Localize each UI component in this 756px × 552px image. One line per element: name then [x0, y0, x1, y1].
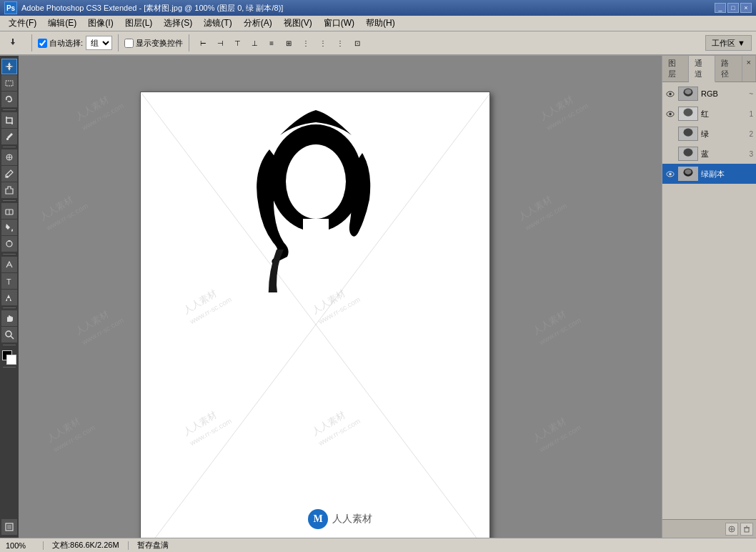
brush-tool[interactable]	[1, 166, 17, 182]
auto-select-checkbox[interactable]: 自动选择:	[38, 38, 83, 49]
thumb-green-svg	[679, 127, 697, 141]
marquee-tool[interactable]	[1, 75, 17, 91]
close-button[interactable]: ×	[740, 3, 752, 13]
auto-select-type[interactable]: 组	[86, 36, 112, 50]
svg-point-13	[6, 331, 11, 337]
move-tool[interactable]	[1, 59, 17, 74]
status-bar: 100% 文档:866.6K/2.26M 暂存盘满	[0, 538, 756, 552]
dodge-tool[interactable]	[1, 236, 17, 252]
auto-align-icon[interactable]: ⊡	[349, 35, 365, 51]
window-title: Adobe Photoshop CS3 Extended - [素材图.jpg …	[21, 3, 715, 14]
background-color[interactable]	[6, 355, 16, 365]
tool-separator-6	[3, 345, 16, 345]
distribute-2-icon[interactable]: ⋮	[315, 35, 331, 51]
menu-item-e[interactable]: 编辑(E)	[42, 16, 82, 31]
new-channel-icon	[728, 526, 735, 533]
eyedropper-tool[interactable]	[1, 129, 17, 144]
type-tool[interactable]: T	[1, 273, 17, 289]
new-channel-button[interactable]	[725, 523, 738, 536]
watermark-12: 人人素材www.rr-sc.com	[530, 303, 582, 347]
channel-name-red: 红	[701, 109, 746, 119]
channels-panel: 图层 通道 路径 ×	[662, 56, 756, 538]
lasso-icon	[4, 94, 14, 104]
panel-close-button[interactable]: ×	[742, 56, 756, 82]
canvas-area: 人人素材www.rr-sc.com 人人素材www.rr-sc.com 人人素材…	[19, 56, 662, 538]
foreground-background-colors[interactable]	[2, 350, 16, 365]
auto-select-check[interactable]	[38, 39, 47, 48]
left-toolbar: T	[0, 56, 19, 538]
tab-channels[interactable]: 通道	[689, 56, 715, 82]
zoom-tool[interactable]	[1, 327, 17, 342]
type-icon: T	[4, 276, 14, 286]
move-tool-options[interactable]	[4, 35, 26, 51]
workspace-button[interactable]: 工作区 ▼	[705, 35, 752, 51]
channel-thumb-rgb	[678, 87, 698, 101]
crop-tool[interactable]	[1, 112, 17, 128]
align-center-v-icon[interactable]: ≡	[264, 35, 279, 51]
paint-bucket[interactable]	[1, 220, 17, 235]
menu-item-h[interactable]: 帮助(H)	[360, 16, 401, 31]
hair-silhouette	[141, 92, 491, 292]
thumb-rgb-svg	[679, 87, 697, 101]
menu-item-s[interactable]: 选择(S)	[158, 16, 198, 31]
clone-stamp[interactable]	[1, 182, 17, 198]
align-left-icon[interactable]: ⊢	[195, 35, 211, 51]
channel-row-green[interactable]: 绿 2	[662, 124, 756, 144]
tab-paths[interactable]: 路径	[715, 56, 742, 82]
channel-row-red[interactable]: 红 1	[662, 104, 756, 124]
svg-point-36	[684, 129, 693, 137]
watermark-8: 人人素材www.rr-sc.com	[516, 189, 568, 232]
tool-separator-3	[3, 200, 16, 201]
channel-row-blue[interactable]: 蓝 3	[662, 144, 756, 164]
align-center-h-icon[interactable]: ⊣	[212, 35, 228, 51]
show-transform-checkbox[interactable]: 显示变换控件	[124, 38, 183, 49]
maximize-button[interactable]: □	[727, 3, 739, 13]
menu-item-a[interactable]: 分析(A)	[238, 16, 278, 31]
lasso-tool[interactable]	[1, 92, 17, 107]
show-transform-check[interactable]	[124, 39, 134, 48]
channel-row-rgb[interactable]: RGB ~	[662, 84, 756, 104]
align-top-icon[interactable]: ⊥	[247, 35, 262, 51]
toolbar-separator-2	[118, 34, 119, 51]
tab-layers[interactable]: 图层	[662, 56, 689, 82]
window-controls[interactable]: _ □ ×	[715, 3, 752, 13]
menu-item-l[interactable]: 图层(L)	[119, 16, 159, 31]
eye-icon-green-copy	[666, 171, 675, 177]
marquee-icon	[4, 78, 14, 88]
eraser-icon	[4, 206, 14, 216]
distribute-icon[interactable]: ⋮	[298, 35, 314, 51]
svg-text:T: T	[6, 277, 11, 286]
channel-visibility-red[interactable]	[665, 109, 675, 119]
pen-tool[interactable]	[1, 257, 17, 272]
eye-icon-red	[666, 111, 675, 117]
delete-channel-button[interactable]	[740, 523, 753, 536]
svg-point-11	[8, 240, 11, 242]
menu-item-v[interactable]: 视图(V)	[278, 16, 318, 31]
watermark-9: 人人素材www.rr-sc.com	[73, 303, 125, 347]
menu-item-f[interactable]: 文件(F)	[3, 16, 42, 31]
move-icon	[9, 37, 21, 49]
watermark-16: 人人素材www.rr-sc.com	[530, 410, 582, 454]
menu-item-w[interactable]: 窗口(W)	[318, 16, 360, 31]
main-area: T	[0, 56, 756, 538]
svg-rect-47	[745, 528, 749, 532]
channel-row-green-copy[interactable]: 绿副本	[662, 164, 756, 184]
eraser-tool[interactable]	[1, 203, 17, 219]
minimize-button[interactable]: _	[715, 3, 726, 13]
healing-brush[interactable]	[1, 149, 17, 165]
thumb-blue-svg	[679, 147, 697, 161]
hand-tool[interactable]	[1, 310, 17, 326]
channel-visibility-green[interactable]	[665, 129, 675, 139]
path-selection[interactable]	[1, 290, 17, 305]
menu-item-i[interactable]: 图像(I)	[82, 16, 119, 31]
menu-item-t[interactable]: 滤镜(T)	[198, 16, 237, 31]
dodge-icon	[4, 239, 14, 249]
channel-visibility-rgb[interactable]	[665, 89, 675, 99]
svg-rect-2	[6, 81, 13, 86]
align-right-icon[interactable]: ⊤	[229, 35, 245, 51]
screen-mode[interactable]	[1, 519, 17, 535]
distribute-3-icon[interactable]: ⋮	[332, 35, 348, 51]
align-bottom-icon[interactable]: ⊞	[281, 35, 297, 51]
channel-visibility-green-copy[interactable]	[665, 169, 675, 179]
channel-visibility-blue[interactable]	[665, 149, 675, 159]
